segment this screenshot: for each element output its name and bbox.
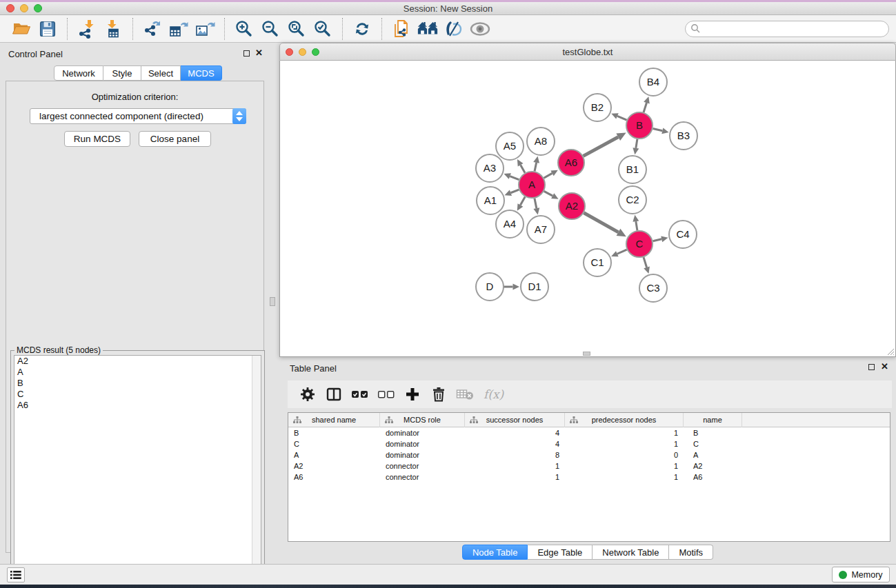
hide-graphics-icon[interactable]: [443, 18, 465, 40]
zoom-fit-icon[interactable]: [286, 18, 308, 40]
tab-mcds[interactable]: MCDS: [181, 65, 222, 81]
mcds-result-item[interactable]: B: [14, 378, 261, 389]
edge-A-A6[interactable]: [544, 173, 552, 178]
mcds-result-item[interactable]: A2: [14, 356, 261, 367]
edge-A-A5[interactable]: [521, 165, 525, 172]
table-cell[interactable]: 1: [565, 460, 684, 472]
table-cell[interactable]: connector: [380, 460, 465, 472]
edge-C-C4[interactable]: [653, 239, 662, 241]
open-file-icon[interactable]: [10, 18, 32, 40]
table-row[interactable]: Cdominator41C: [288, 438, 890, 449]
network-graph[interactable]: B4B2BB3A5A8A6A3B1AA1C2A2A4A7C4CC1C3DD1: [280, 61, 895, 356]
column-header-name[interactable]: name: [684, 413, 742, 427]
function-builder-icon[interactable]: f(x): [484, 387, 504, 401]
save-session-icon[interactable]: [37, 18, 59, 40]
table-cell[interactable]: B: [288, 427, 380, 438]
tab-edge-table[interactable]: Edge Table: [528, 545, 593, 560]
table-cell[interactable]: C: [684, 438, 742, 449]
clear-table-icon[interactable]: [453, 384, 477, 405]
table-float-icon[interactable]: [868, 364, 875, 370]
task-history-button[interactable]: [7, 567, 25, 582]
zoom-selected-icon[interactable]: [312, 18, 334, 40]
memory-button[interactable]: Memory: [832, 567, 890, 582]
close-panel-button[interactable]: Close panel: [139, 131, 211, 147]
settings-gear-icon[interactable]: [296, 384, 319, 405]
deselect-all-checkboxes-icon[interactable]: [375, 384, 398, 405]
table-cell[interactable]: 4: [465, 438, 565, 449]
close-panel-icon[interactable]: ✕: [255, 48, 263, 58]
table-cell[interactable]: A: [288, 449, 380, 460]
tab-network[interactable]: Network: [54, 65, 103, 81]
home-icon[interactable]: [417, 18, 439, 40]
edge-A-A4[interactable]: [520, 196, 525, 205]
edge-A-A8[interactable]: [535, 163, 537, 172]
tab-network-table[interactable]: Network Table: [593, 545, 669, 560]
edge-A2-C[interactable]: [584, 213, 618, 232]
table-row[interactable]: A6connector11A6: [288, 472, 890, 483]
table-cell[interactable]: dominator: [380, 449, 465, 460]
split-divider-handle[interactable]: [270, 297, 275, 306]
table-cell[interactable]: C: [288, 438, 380, 449]
zoom-in-icon[interactable]: [233, 18, 255, 40]
column-header-shared-name[interactable]: shared name: [288, 413, 380, 427]
node-table[interactable]: shared nameMCDS rolesuccessor nodesprede…: [288, 412, 890, 542]
table-cell[interactable]: A2: [684, 460, 742, 472]
edge-B-B1[interactable]: [636, 139, 637, 148]
edge-B-B3[interactable]: [653, 129, 662, 131]
column-header-MCDS-role[interactable]: MCDS role: [380, 413, 465, 427]
show-columns-icon[interactable]: [322, 384, 346, 405]
table-close-icon[interactable]: ✕: [881, 361, 888, 372]
tab-node-table[interactable]: Node Table: [462, 545, 528, 560]
table-cell[interactable]: 0: [565, 449, 684, 460]
mcds-result-list[interactable]: A2ABCA6: [14, 355, 261, 584]
table-row[interactable]: Adominator80A: [288, 449, 890, 460]
table-cell[interactable]: 1: [565, 427, 684, 438]
table-cell[interactable]: A6: [684, 472, 742, 483]
refresh-view-icon[interactable]: [351, 18, 373, 40]
import-table-icon[interactable]: [102, 18, 124, 40]
duplicate-network-icon[interactable]: [390, 18, 412, 40]
export-image-icon[interactable]: [194, 18, 216, 40]
run-mcds-button[interactable]: Run MCDS: [64, 131, 130, 147]
table-cell[interactable]: A2: [288, 460, 380, 472]
select-all-checkboxes-icon[interactable]: [348, 384, 372, 405]
criterion-dropdown[interactable]: largest connected component (directed): [30, 108, 246, 124]
network-canvas[interactable]: B4B2BB3A5A8A6A3B1AA1C2A2A4A7C4CC1C3DD1: [279, 61, 896, 357]
table-row[interactable]: Bdominator41B: [288, 427, 890, 438]
table-cell[interactable]: dominator: [380, 427, 465, 438]
mcds-result-item[interactable]: C: [14, 389, 261, 400]
tab-motifs[interactable]: Motifs: [669, 545, 713, 560]
network-hscroll-thumb[interactable]: [583, 352, 590, 356]
table-cell[interactable]: 1: [565, 472, 684, 483]
table-cell[interactable]: 8: [465, 449, 565, 460]
table-cell[interactable]: 1: [565, 438, 684, 449]
window-resize-handle[interactable]: [886, 347, 895, 356]
table-cell[interactable]: A: [684, 449, 742, 460]
table-cell[interactable]: connector: [380, 472, 465, 483]
table-cell[interactable]: B: [684, 427, 742, 438]
mcds-result-item[interactable]: A6: [14, 400, 261, 411]
network-window-titlebar[interactable]: testGlobe.txt: [279, 43, 896, 61]
edge-A-A1[interactable]: [510, 190, 519, 193]
edge-A6-B[interactable]: [584, 137, 619, 156]
edge-B-B2[interactable]: [617, 116, 627, 120]
delete-row-icon[interactable]: [427, 384, 450, 405]
table-row[interactable]: A2connector11A2: [288, 460, 890, 472]
column-header-predecessor-nodes[interactable]: predecessor nodes: [565, 413, 684, 427]
edge-C-C2[interactable]: [636, 221, 637, 230]
table-cell[interactable]: dominator: [380, 438, 465, 449]
show-graphics-icon[interactable]: [469, 18, 491, 40]
export-network-icon[interactable]: [141, 18, 163, 40]
export-table-icon[interactable]: [168, 18, 190, 40]
search-input[interactable]: [701, 22, 888, 36]
edge-A-A2[interactable]: [544, 191, 553, 196]
column-header-successor-nodes[interactable]: successor nodes: [465, 413, 565, 427]
table-cell[interactable]: 4: [465, 427, 565, 438]
table-cell[interactable]: A6: [288, 472, 380, 483]
edge-B-B4[interactable]: [644, 103, 646, 112]
mcds-list-scrollbar[interactable]: [252, 356, 261, 583]
add-row-icon[interactable]: [401, 384, 424, 405]
edge-C-C3[interactable]: [644, 257, 647, 267]
edge-A-A3[interactable]: [510, 176, 519, 180]
table-cell[interactable]: 1: [465, 472, 565, 483]
